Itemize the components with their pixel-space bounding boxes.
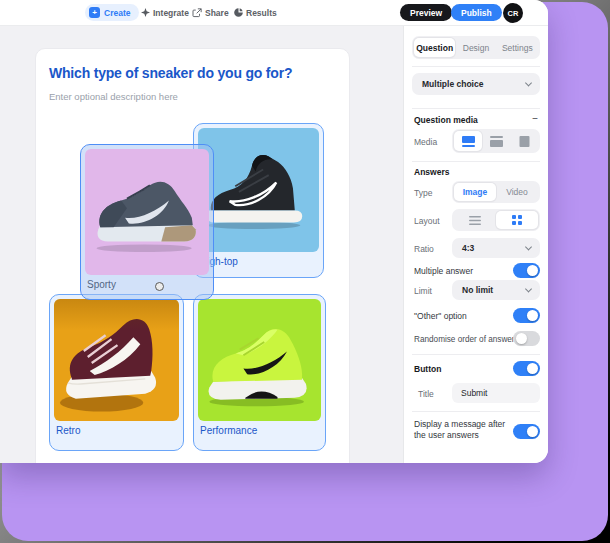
type-label: Type [414,188,432,198]
app-window: + Create Integrate Share [0,0,548,463]
screenshot-stage: + Create Integrate Share [0,0,610,543]
button-title-input[interactable] [452,383,540,403]
panel-tabs: Question Design Settings [412,36,540,59]
question-media-heading: Question media [414,115,478,125]
button-toggle[interactable] [513,361,540,376]
tab-settings[interactable]: Settings [497,38,538,57]
user-avatar[interactable]: CR [503,3,523,23]
canvas-area: Which type of sneaker do you go for? Ent… [0,26,403,463]
randomise-toggle[interactable] [513,331,540,346]
layout-grid-option[interactable] [496,211,538,229]
results-pie-icon [234,8,243,17]
nav-item-create[interactable]: + Create [85,4,139,21]
answer-label-sporty: Sporty [85,275,209,290]
plus-icon: + [89,7,100,18]
answer-label-hightop: High-top [198,252,319,267]
answer-card-sporty-dragging[interactable]: Sporty [80,144,214,300]
media-label: Media [414,137,437,147]
chevron-down-icon [525,79,532,86]
media-position-segment [452,129,540,153]
list-layout-icon [469,216,481,225]
answer-card-performance[interactable]: Performance [193,294,326,451]
performance-sneaker-image [198,299,321,421]
collapse-section-button[interactable]: − [532,114,538,124]
nav-item-results[interactable]: Results [234,4,277,21]
divider [412,411,540,412]
performance-image [198,299,321,421]
top-toolbar: + Create Integrate Share [0,0,548,26]
nav-create-label: Create [104,8,130,18]
ratio-label: Ratio [414,244,434,254]
limit-value: No limit [462,285,493,295]
sporty-sneaker-image [85,149,209,275]
layout-label: Layout [414,216,440,226]
layout-segment [452,209,540,231]
hightop-sneaker-image [198,128,319,252]
nav-integrate-label: Integrate [153,8,189,18]
answer-card-retro[interactable]: Retro [49,294,184,451]
media-top-icon [462,136,475,147]
media-top-option[interactable] [454,131,482,151]
settings-panel: Question Design Settings Multiple choice… [404,26,548,463]
type-image-option[interactable]: Image [454,183,496,201]
limit-label: Limit [414,286,432,296]
divider [412,66,540,67]
publish-button[interactable]: Publish [451,4,502,21]
answers-heading: Answers [414,167,449,177]
other-option-label: "Other" option [414,311,467,321]
retro-image [54,299,179,421]
sporty-image [85,149,209,275]
question-description-placeholder[interactable]: Enter optional description here [49,91,178,102]
preview-button[interactable]: Preview [400,4,452,21]
answer-type-segment: Image Video [452,181,540,203]
ratio-select[interactable]: 4:3 [452,238,540,258]
question-type-select[interactable]: Multiple choice [412,73,540,95]
other-option-toggle[interactable] [513,308,540,323]
display-message-label: Display a message after the user answers [414,419,512,441]
nav-share-label: Share [205,8,229,18]
nav-item-integrate[interactable]: Integrate [141,4,189,21]
button-heading: Button [414,364,441,374]
layout-list-option[interactable] [454,211,496,229]
multiple-answer-label: Multiple answer [414,266,473,276]
chevron-down-icon [525,243,532,250]
question-canvas-card: Which type of sneaker do you go for? Ent… [35,48,350,463]
divider [412,161,540,162]
grid-layout-icon [512,215,522,225]
main-content: Which type of sneaker do you go for? Ent… [0,26,548,463]
chevron-down-icon [525,285,532,292]
nav-results-label: Results [246,8,277,18]
display-message-toggle[interactable] [513,424,540,439]
drag-cursor-icon [155,282,164,291]
media-bottom-icon [490,136,503,147]
limit-select[interactable]: No limit [452,280,540,300]
button-title-label: Title [418,389,434,399]
answer-label-retro: Retro [54,421,179,436]
nav-item-share[interactable]: Share [192,4,229,21]
tab-design[interactable]: Design [455,38,496,57]
type-video-option[interactable]: Video [496,183,538,201]
answer-label-performance: Performance [198,421,321,436]
ratio-value: 4:3 [462,243,474,253]
media-full-icon [519,136,530,147]
integrate-icon [141,8,150,17]
question-title[interactable]: Which type of sneaker do you go for? [49,65,341,81]
media-full-option[interactable] [510,131,538,151]
tab-question[interactable]: Question [414,38,455,57]
hightop-image [198,128,319,252]
retro-sneaker-image [54,299,179,421]
media-bottom-option[interactable] [482,131,510,151]
randomise-label: Randomise order of answers [414,335,519,344]
divider [412,354,540,355]
multiple-answer-toggle[interactable] [513,263,540,278]
divider [412,108,540,109]
question-type-value: Multiple choice [422,79,483,89]
share-icon [192,8,202,18]
